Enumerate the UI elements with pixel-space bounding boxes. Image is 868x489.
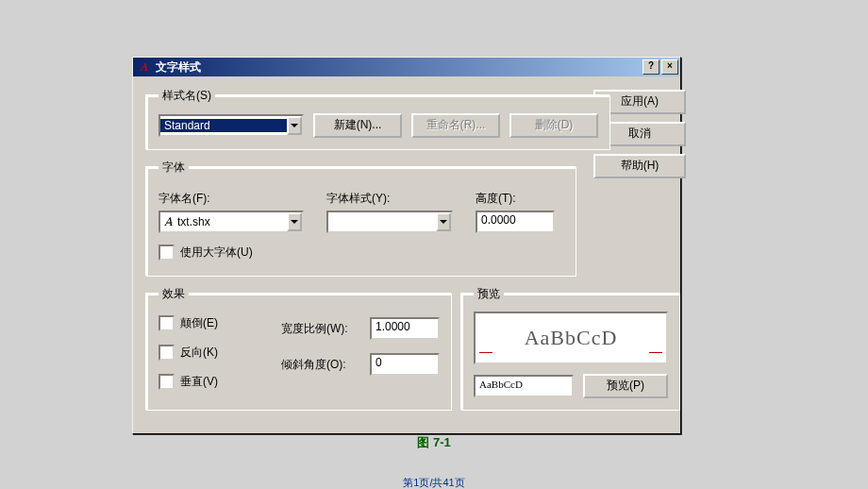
dialog-title: 文字样式 [156, 59, 643, 76]
font-style-select[interactable] [326, 211, 453, 233]
font-height-label: 高度(T): [476, 191, 551, 207]
font-name-select[interactable]: A̶txt.shx [159, 211, 304, 233]
font-file-icon: A̶ [164, 215, 177, 229]
font-legend: 字体 [159, 160, 189, 176]
oblique-label: 倾斜角度(O): [281, 357, 362, 373]
font-height-input[interactable]: 0.0000 [476, 211, 555, 233]
backward-checkbox[interactable] [159, 345, 175, 361]
chevron-down-icon[interactable] [287, 212, 302, 231]
chevron-down-icon[interactable] [287, 116, 302, 135]
oblique-input[interactable]: 0 [370, 353, 440, 376]
width-factor-label: 宽度比例(W): [281, 321, 362, 337]
style-name-select[interactable]: Standard [159, 114, 304, 137]
delete-button: 删除(D) [509, 113, 598, 138]
style-name-group: 样式名(S) Standard 新建(N)... 重命名(R)... 删除(D) [146, 88, 610, 150]
titlebar: A 文字样式 ? × [133, 58, 680, 76]
font-name-value: txt.shx [177, 215, 210, 228]
preview-legend: 预览 [474, 286, 504, 302]
preview-input[interactable]: AaBbCcD [474, 375, 574, 397]
bigfont-checkbox[interactable] [159, 244, 175, 261]
preview-display: AaBbCcD [474, 312, 668, 364]
new-button[interactable]: 新建(N)... [313, 113, 402, 138]
width-factor-input[interactable]: 1.0000 [370, 317, 440, 340]
upside-checkbox[interactable] [159, 315, 175, 331]
effects-group: 效果 颠倒(E) 反向(K) 垂直(V) 宽度比例(W): 1.0000 倾斜角… [146, 286, 452, 411]
effects-legend: 效果 [159, 286, 189, 302]
chevron-down-icon[interactable] [436, 212, 451, 231]
backward-label: 反向(K) [180, 345, 218, 361]
help-button[interactable]: 帮助(H) [593, 154, 686, 178]
vertical-checkbox[interactable] [159, 374, 175, 390]
close-icon[interactable]: × [661, 59, 678, 75]
preview-group: 预览 AaBbCcD AaBbCcD 预览(P) [461, 286, 680, 411]
text-style-dialog: A 文字样式 ? × 应用(A) 取消 帮助(H) 样式名(S) Standar… [132, 57, 681, 434]
preview-button[interactable]: 预览(P) [583, 374, 668, 398]
bigfont-label: 使用大字体(U) [180, 244, 253, 261]
upside-label: 颠倒(E) [180, 315, 218, 331]
font-name-label: 字体名(F): [159, 191, 300, 207]
style-name-value: Standard [160, 119, 287, 132]
style-name-legend: 样式名(S) [159, 88, 215, 104]
font-group: 字体 字体名(F): A̶txt.shx 字体样式(Y): [146, 160, 576, 277]
vertical-label: 垂直(V) [180, 374, 218, 390]
app-icon: A [137, 59, 152, 75]
figure-caption: 图 7-1 [0, 434, 868, 451]
help-icon[interactable]: ? [643, 59, 659, 75]
rename-button: 重命名(R)... [411, 113, 500, 138]
page-indicator: 第1页/共41页 [0, 476, 868, 489]
font-style-label: 字体样式(Y): [326, 191, 449, 207]
